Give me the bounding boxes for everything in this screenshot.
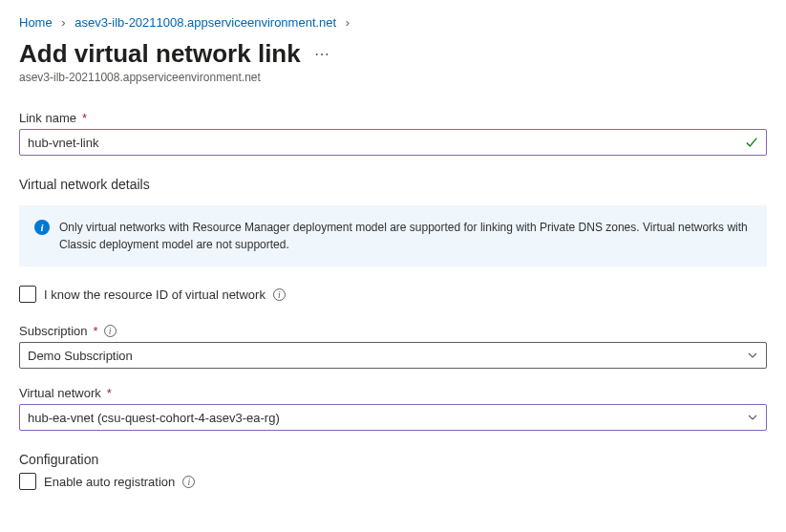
checkmark-icon: [745, 136, 758, 149]
info-message: Only virtual networks with Resource Mana…: [59, 219, 752, 253]
subscription-select[interactable]: Demo Subscription: [19, 342, 767, 369]
more-actions-button[interactable]: ⋯: [314, 45, 330, 63]
virtual-network-label: Virtual network*: [19, 386, 767, 400]
page-title: Add virtual network link: [19, 39, 301, 69]
link-name-input-wrap: [19, 129, 767, 156]
page-subtitle: asev3-ilb-20211008.appserviceenvironment…: [19, 71, 767, 84]
vnet-details-heading: Virtual network details: [19, 177, 767, 192]
subscription-value: Demo Subscription: [28, 349, 133, 363]
breadcrumb: Home › asev3-ilb-20211008.appserviceenvi…: [19, 15, 767, 30]
link-name-input[interactable]: [28, 136, 745, 150]
info-tooltip-icon[interactable]: i: [182, 476, 195, 488]
configuration-heading: Configuration: [19, 452, 767, 467]
auto-registration-label: Enable auto registration: [44, 475, 175, 489]
chevron-right-icon: ›: [346, 15, 350, 30]
link-name-label: Link name*: [19, 111, 767, 125]
chevron-right-icon: ›: [61, 15, 65, 30]
virtual-network-value: hub-ea-vnet (csu-quest-cohort-4-asev3-ea…: [28, 411, 280, 425]
resource-id-checkbox[interactable]: [19, 286, 36, 303]
auto-registration-checkbox[interactable]: [19, 473, 36, 490]
virtual-network-select[interactable]: hub-ea-vnet (csu-quest-cohort-4-asev3-ea…: [19, 404, 767, 431]
chevron-down-icon: [747, 350, 758, 361]
breadcrumb-home-link[interactable]: Home: [19, 15, 53, 30]
resource-id-checkbox-label: I know the resource ID of virtual networ…: [44, 287, 266, 302]
breadcrumb-parent-link[interactable]: asev3-ilb-20211008.appserviceenvironment…: [74, 15, 336, 30]
chevron-down-icon: [747, 412, 758, 423]
info-banner: i Only virtual networks with Resource Ma…: [19, 205, 767, 266]
info-tooltip-icon[interactable]: i: [104, 325, 117, 337]
subscription-label: Subscription* i: [19, 324, 767, 338]
info-tooltip-icon[interactable]: i: [273, 288, 286, 301]
info-icon: i: [34, 220, 50, 235]
